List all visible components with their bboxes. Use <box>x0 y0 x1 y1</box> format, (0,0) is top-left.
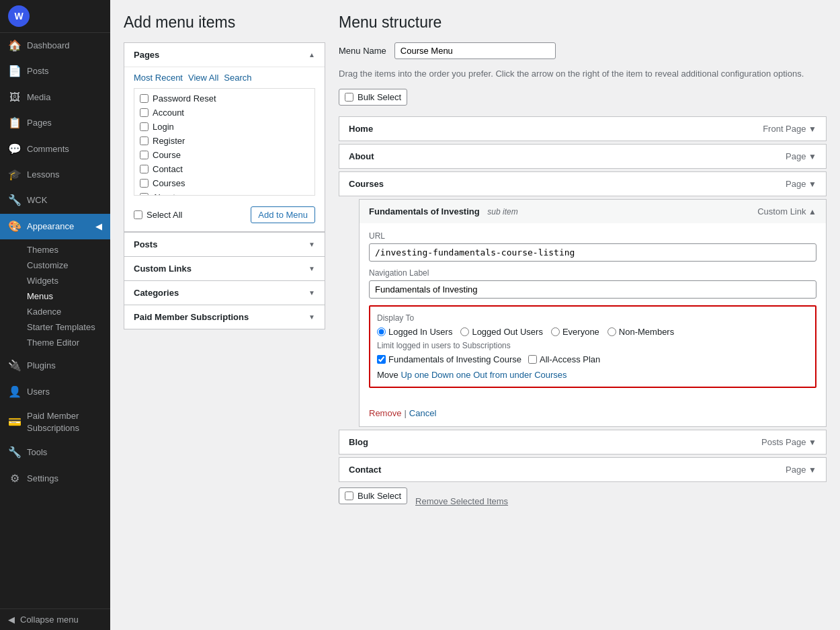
collapse-menu-button[interactable]: ◀ Collapse menu <box>0 608 110 630</box>
appearance-submenu: Themes Customize Widgets Menus Kadence S… <box>0 239 110 353</box>
tab-most-recent[interactable]: Most Recent <box>134 73 183 83</box>
radio-non-members[interactable]: Non-Members <box>607 327 674 337</box>
add-menu-items-panel: Add menu items Pages ▲ Most Recent View … <box>124 13 325 329</box>
settings-icon: ⚙ <box>8 471 22 486</box>
page-checkbox-login[interactable] <box>140 122 149 131</box>
custom-links-accordion-header[interactable]: Custom Links ▼ <box>124 257 325 280</box>
paid-member-accordion-header[interactable]: Paid Member Subscriptions ▼ <box>124 305 325 329</box>
categories-accordion-header[interactable]: Categories ▼ <box>124 281 325 305</box>
page-checkbox-contact[interactable] <box>140 165 149 173</box>
bulk-select-bottom-checkbox[interactable] <box>345 491 353 500</box>
sidebar-item-plugins[interactable]: 🔌 Plugins <box>0 353 110 379</box>
sidebar-item-tools[interactable]: 🔧 Tools <box>0 440 110 465</box>
sidebar-sub-themes[interactable]: Themes <box>22 242 110 258</box>
menu-item-courses: Courses Page ▼ <box>339 171 827 196</box>
page-checkbox-about[interactable] <box>140 193 149 196</box>
sidebar-item-comments[interactable]: 💬 Comments <box>0 136 110 162</box>
sub-item-footer: Remove | Cancel <box>360 403 826 426</box>
nav-label-input[interactable] <box>369 280 816 299</box>
menu-structure-title: Menu structure <box>339 13 827 32</box>
bulk-select-top-button[interactable]: Bulk Select <box>339 89 407 106</box>
radio-logged-out-label: Logged Out Users <box>472 327 543 337</box>
bulk-select-top-checkbox[interactable] <box>345 93 353 102</box>
tab-search[interactable]: Search <box>224 73 251 83</box>
sub-item-fundamentals-header[interactable]: Fundamentals of Investing sub item Custo… <box>360 200 826 223</box>
page-checkbox-register[interactable] <box>140 136 149 145</box>
contact-chevron-icon: ▼ <box>808 465 816 475</box>
sidebar-item-media[interactable]: 🖼 Media <box>0 85 110 110</box>
sidebar-sub-starter-templates[interactable]: Starter Templates <box>22 319 110 335</box>
menu-item-blog-header[interactable]: Blog Posts Page ▼ <box>339 430 826 454</box>
radio-non-members-input[interactable] <box>607 327 616 336</box>
remove-link[interactable]: Remove <box>369 408 401 418</box>
move-down-one-link[interactable]: Down one <box>431 370 471 380</box>
page-checkbox-course[interactable] <box>140 151 149 159</box>
subscription-all-access[interactable]: All-Access Plan <box>528 354 600 364</box>
subscription-fundamentals[interactable]: Fundamentals of Investing Course <box>377 354 521 364</box>
posts-accordion: Posts ▼ <box>124 232 325 257</box>
page-label-account: Account <box>153 108 184 118</box>
add-to-menu-button[interactable]: Add to Menu <box>251 206 315 223</box>
menu-item-courses-header[interactable]: Courses Page ▼ <box>339 172 826 196</box>
radio-logged-out[interactable]: Logged Out Users <box>460 327 543 337</box>
select-all-checkbox[interactable] <box>134 210 142 219</box>
remove-selected-button[interactable]: Remove Selected Items <box>415 496 508 506</box>
menu-item-contact-header[interactable]: Contact Page ▼ <box>339 458 826 481</box>
radio-logged-in-input[interactable] <box>377 327 386 336</box>
sub-item-type: Custom Link <box>757 206 806 216</box>
pages-section-title: Pages <box>134 50 159 60</box>
posts-accordion-header[interactable]: Posts ▼ <box>124 233 325 256</box>
menu-item-about-header[interactable]: About Page ▼ <box>339 145 826 168</box>
radio-logged-out-input[interactable] <box>460 327 469 336</box>
radio-everyone[interactable]: Everyone <box>551 327 599 337</box>
page-checkbox-password-reset[interactable] <box>140 94 149 103</box>
display-to-section: Display To Logged In Users Logged Out Us… <box>369 305 816 388</box>
sidebar-item-users[interactable]: 👤 Users <box>0 379 110 405</box>
page-checkbox-account[interactable] <box>140 108 149 117</box>
tab-view-all[interactable]: View All <box>188 73 218 83</box>
url-input[interactable] <box>369 243 816 262</box>
menu-item-home-header[interactable]: Home Front Page ▼ <box>339 117 826 141</box>
nav-label-label: Navigation Label <box>369 268 816 278</box>
sidebar-item-appearance[interactable]: 🎨 Appearance ◀ <box>0 214 110 239</box>
pages-accordion-header[interactable]: Pages ▲ <box>124 43 325 67</box>
subscription-fundamentals-label: Fundamentals of Investing Course <box>388 354 521 364</box>
sidebar-sub-customize[interactable]: Customize <box>22 258 110 273</box>
bulk-select-bottom-button[interactable]: Bulk Select <box>339 487 407 504</box>
blog-chevron-icon: ▼ <box>808 438 816 447</box>
radio-logged-in[interactable]: Logged In Users <box>377 327 452 337</box>
sidebar-item-pages[interactable]: 📋 Pages <box>0 110 110 136</box>
radio-everyone-input[interactable] <box>551 327 560 336</box>
pages-icon: 📋 <box>8 116 22 130</box>
sidebar-item-paid-member[interactable]: 💳 Paid Member Subscriptions <box>0 405 110 440</box>
sidebar-sub-theme-editor[interactable]: Theme Editor <box>22 335 110 350</box>
wordpress-logo: W <box>8 5 30 27</box>
move-out-from-courses-link[interactable]: Out from under Courses <box>473 370 566 380</box>
sidebar-item-settings[interactable]: ⚙ Settings <box>0 466 110 491</box>
sub-item-badge: sub item <box>487 207 517 216</box>
page-checkbox-courses[interactable] <box>140 179 149 188</box>
categories-title: Categories <box>134 288 179 298</box>
subscription-fundamentals-checkbox[interactable] <box>377 355 386 364</box>
page-label-contact: Contact <box>153 164 183 174</box>
sidebar-item-posts[interactable]: 📄 Posts <box>0 58 110 84</box>
sidebar-item-wck[interactable]: 🔧 WCK <box>0 188 110 213</box>
menu-item-courses-title: Courses <box>349 179 384 189</box>
subscription-all-access-checkbox[interactable] <box>528 355 537 364</box>
collapse-icon: ◀ <box>8 615 15 625</box>
sidebar-sub-menus[interactable]: Menus <box>22 288 110 304</box>
page-item-contact: Contact <box>140 162 309 176</box>
sidebar-sub-widgets[interactable]: Widgets <box>22 273 110 288</box>
move-label: Move <box>377 370 398 380</box>
cancel-link[interactable]: Cancel <box>409 408 436 418</box>
bottom-bulk-row: Bulk Select Remove Selected Items <box>339 487 827 515</box>
menu-name-input[interactable] <box>394 42 556 59</box>
dashboard-icon: 🏠 <box>8 38 22 53</box>
paid-member-chevron-icon: ▼ <box>308 313 315 321</box>
page-title: Add menu items <box>124 13 325 32</box>
move-up-one-link[interactable]: Up one <box>401 370 429 380</box>
sidebar-item-lessons[interactable]: 🎓 Lessons <box>0 162 110 188</box>
sidebar-item-dashboard[interactable]: 🏠 Dashboard <box>0 33 110 58</box>
home-chevron-icon: ▼ <box>808 124 816 134</box>
sidebar-sub-kadence[interactable]: Kadence <box>22 304 110 319</box>
